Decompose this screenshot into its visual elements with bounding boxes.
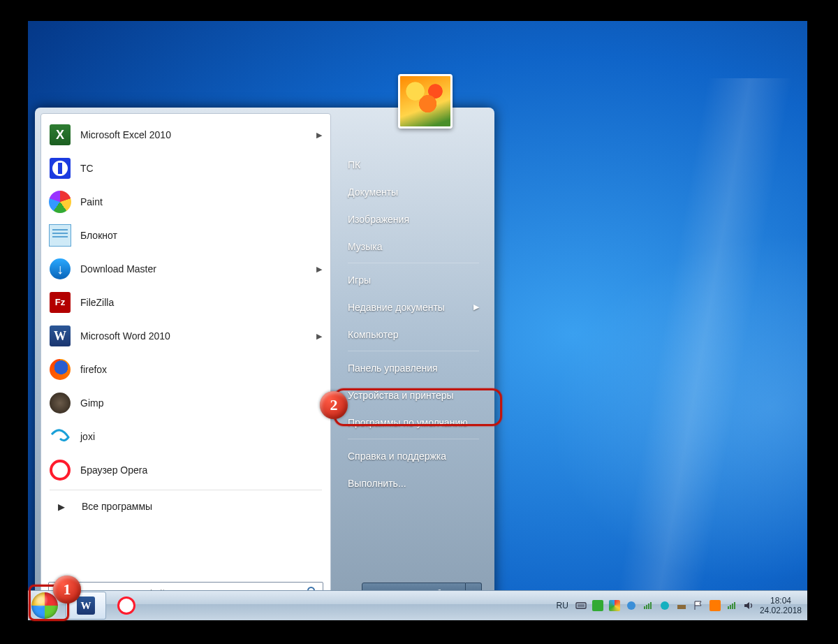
language-indicator[interactable]: RU <box>557 601 568 610</box>
program-notepad[interactable]: Блокнот <box>44 219 328 252</box>
program-label: Download Master <box>80 263 316 275</box>
program-tc[interactable]: TC <box>44 152 328 185</box>
program-label: FileZilla <box>80 297 322 308</box>
right-item-games[interactable]: Игры <box>338 266 489 293</box>
svg-rect-7 <box>677 605 686 609</box>
submenu-arrow-icon: ▶ <box>316 332 322 341</box>
submenu-arrow-icon: ▶ <box>316 131 322 140</box>
submenu-arrow-icon: ▶ <box>316 265 322 274</box>
separator <box>348 351 479 351</box>
volume-icon[interactable] <box>743 600 754 611</box>
clock-time: 18:04 <box>760 596 802 606</box>
gimp-icon <box>48 391 72 415</box>
program-label: joxi <box>80 431 322 442</box>
svg-point-5 <box>627 601 635 610</box>
callout-marker-2: 2 <box>320 391 348 419</box>
program-label: Microsoft Excel 2010 <box>80 129 316 140</box>
start-menu-right-panel: ПК Документы Изображения Музыка Игры Нед… <box>338 113 489 613</box>
system-tray: RU 18:04 24.02.2018 <box>557 591 802 620</box>
clock-date: 24.02.2018 <box>760 606 802 615</box>
separator <box>348 439 479 439</box>
network-icon[interactable] <box>726 600 737 611</box>
chevron-right-icon: ▶ <box>58 502 65 512</box>
opera-icon <box>48 458 72 482</box>
paint-palette-icon <box>48 190 72 214</box>
program-joxi[interactable]: joxi <box>44 420 328 453</box>
start-menu: Microsoft Excel 2010 ▶ TC Paint Блокнот <box>35 74 494 619</box>
program-label: TC <box>80 163 322 174</box>
right-item-music[interactable]: Музыка <box>338 233 489 260</box>
program-gimp[interactable]: Gimp <box>44 386 328 420</box>
screenshot-frame: Microsoft Excel 2010 ▶ TC Paint Блокнот <box>28 21 807 620</box>
user-picture[interactable] <box>398 74 453 129</box>
joxi-icon <box>48 425 72 448</box>
right-item-pc[interactable]: ПК <box>338 151 489 178</box>
notepad-icon <box>48 224 72 247</box>
download-icon <box>48 257 72 281</box>
tray-icon[interactable] <box>609 600 620 611</box>
svg-point-6 <box>661 601 669 610</box>
right-item-recent[interactable]: Недавние документы▶ <box>338 293 489 321</box>
firefox-icon <box>48 358 72 381</box>
flag-icon[interactable] <box>693 600 704 611</box>
program-download-master[interactable]: Download Master ▶ <box>44 252 328 286</box>
taskbar: W RU 18:04 24.02.2018 <box>28 590 807 620</box>
program-firefox[interactable]: firefox <box>44 353 328 386</box>
program-filezilla[interactable]: Fz FileZilla <box>44 286 328 319</box>
start-menu-body: Microsoft Excel 2010 ▶ TC Paint Блокнот <box>35 108 494 619</box>
all-programs-button[interactable]: ▶ Все программы <box>44 493 328 520</box>
program-excel[interactable]: Microsoft Excel 2010 ▶ <box>44 118 328 152</box>
keyboard-icon[interactable] <box>575 600 587 611</box>
right-item-documents[interactable]: Документы <box>338 178 489 205</box>
program-label: Gimp <box>80 397 322 409</box>
program-opera[interactable]: Браузер Opera <box>44 453 328 487</box>
right-item-images[interactable]: Изображения <box>338 205 489 233</box>
program-label: Paint <box>80 196 322 207</box>
right-item-help[interactable]: Справка и поддержка <box>338 442 489 469</box>
program-label: Microsoft Word 2010 <box>80 330 316 342</box>
right-item-defaults[interactable]: Программы по умолчанию <box>338 409 489 436</box>
tray-icon[interactable] <box>659 600 670 611</box>
tray-icon[interactable] <box>710 600 721 611</box>
program-paint[interactable]: Paint <box>44 185 328 219</box>
save-disk-icon <box>48 156 72 180</box>
network-icon[interactable] <box>642 600 654 611</box>
program-word[interactable]: W Microsoft Word 2010 ▶ <box>44 319 328 353</box>
clock[interactable]: 18:04 24.02.2018 <box>760 596 802 615</box>
chevron-right-icon: ▶ <box>473 302 479 312</box>
tray-icon[interactable] <box>676 600 687 611</box>
all-programs-label: Все программы <box>82 501 152 512</box>
svg-rect-2 <box>576 603 586 608</box>
tray-icon[interactable] <box>626 600 637 611</box>
excel-icon <box>48 123 72 147</box>
start-menu-left-panel: Microsoft Excel 2010 ▶ TC Paint Блокнот <box>41 113 331 613</box>
right-item-control-panel[interactable]: Панель управления <box>338 354 489 381</box>
program-label: firefox <box>80 364 322 375</box>
callout-marker-1: 1 <box>53 576 81 603</box>
windows-orb-icon <box>31 592 58 619</box>
taskbar-opera[interactable] <box>106 592 147 620</box>
tray-icon[interactable] <box>592 600 603 611</box>
separator <box>348 263 479 263</box>
program-label: Блокнот <box>80 230 322 241</box>
right-item-devices[interactable]: Устройства и принтеры <box>338 381 489 409</box>
program-label: Браузер Opera <box>80 464 322 476</box>
filezilla-icon: Fz <box>48 291 72 314</box>
divider <box>50 490 322 490</box>
program-list: Microsoft Excel 2010 ▶ TC Paint Блокнот <box>41 114 330 548</box>
right-item-computer[interactable]: Компьютер <box>338 321 489 348</box>
right-item-run[interactable]: Выполнить... <box>338 469 489 497</box>
word-icon: W <box>48 324 72 348</box>
